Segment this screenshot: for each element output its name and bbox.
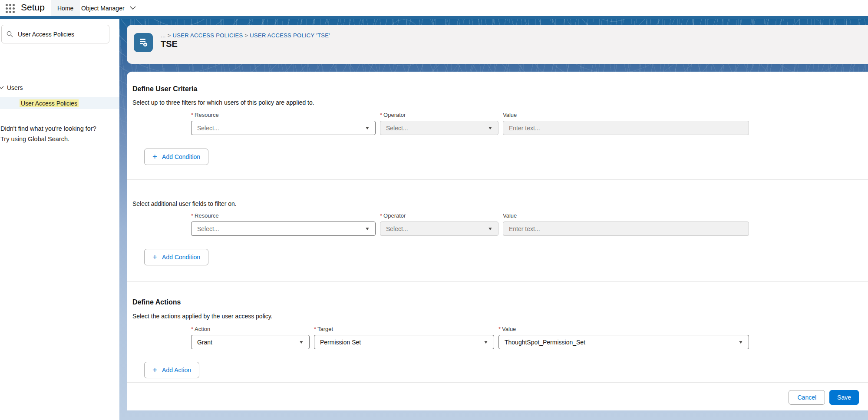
- sidebar-help-text: Didn't find what you're looking for? Try…: [0, 123, 96, 144]
- additional-operator-label: * Operator: [380, 212, 498, 219]
- action-field: * Action Grant ▼: [191, 326, 310, 349]
- page-title: TSE: [161, 39, 178, 49]
- breadcrumb: ... > USER ACCESS POLICIES > USER ACCESS…: [161, 32, 330, 39]
- criteria-resource-label: * Resource: [191, 112, 376, 118]
- breadcrumb-separator: >: [168, 32, 171, 39]
- action-value-field: * Value ThoughtSpot_Permission_Set ▼: [498, 326, 749, 349]
- additional-operator-select: Select... ▼: [380, 222, 498, 236]
- criteria-operator-select: Select... ▼: [380, 121, 498, 135]
- dropdown-chevron-icon: ▼: [488, 226, 493, 231]
- sidebar-search-box[interactable]: User Access Policies: [1, 25, 109, 43]
- dropdown-chevron-icon: ▼: [365, 226, 370, 231]
- breadcrumb-separator: >: [244, 32, 248, 39]
- additional-value-input: [503, 222, 749, 236]
- breadcrumb-link-user-access-policies[interactable]: USER ACCESS POLICIES: [173, 32, 243, 39]
- sidebar-search-value: User Access Policies: [18, 31, 74, 38]
- app-title: Setup: [21, 2, 45, 13]
- required-marker: *: [191, 112, 193, 118]
- sidebar-item-user-access-policies[interactable]: User Access Policies: [0, 97, 119, 109]
- sidebar-item-user-access-policies-label: User Access Policies: [20, 99, 79, 107]
- action-value-label: * Value: [498, 326, 749, 332]
- action-label: * Action: [191, 326, 310, 332]
- section-description-actions: Select the actions applied by the user a…: [132, 313, 273, 320]
- actions-field-row: * Action Grant ▼ * Target Permission Set…: [191, 326, 749, 349]
- footer-actions: Cancel Save: [789, 390, 859, 405]
- criteria-operator-label: * Operator: [380, 112, 498, 118]
- plus-icon: +: [152, 253, 157, 261]
- breadcrumb-link-user-access-policy-tse[interactable]: USER ACCESS POLICY 'TSE': [250, 32, 330, 39]
- additional-resource-label: * Resource: [191, 212, 376, 219]
- page-header-card: ... > USER ACCESS POLICIES > USER ACCESS…: [127, 25, 868, 64]
- app-launcher-icon[interactable]: [6, 4, 15, 13]
- section-description-criteria: Select up to three filters for which use…: [132, 99, 314, 106]
- additional-field-row: * Resource Select... ▼ * Operator Select…: [191, 212, 749, 236]
- dropdown-chevron-icon: ▼: [483, 340, 488, 344]
- dropdown-chevron-icon: ▼: [488, 126, 493, 130]
- section-divider: [127, 281, 868, 282]
- section-description-additional: Select additional user fields to filter …: [132, 200, 237, 207]
- additional-resource-field: * Resource Select... ▼: [191, 212, 376, 236]
- nav-underline: [0, 16, 868, 19]
- section-divider: [127, 179, 868, 180]
- cancel-button[interactable]: Cancel: [789, 390, 825, 405]
- required-marker: *: [314, 326, 316, 332]
- sidebar-item-users[interactable]: Users: [0, 83, 23, 93]
- plus-icon: +: [152, 366, 157, 374]
- breadcrumb-collapsed[interactable]: ...: [161, 32, 166, 39]
- additional-value-label: Value: [503, 212, 749, 219]
- chevron-down-icon: [130, 6, 136, 10]
- section-heading-define-user-criteria: Define User Criteria: [132, 85, 197, 93]
- sidebar-help-line2: Try using Global Search.: [0, 134, 96, 144]
- search-icon: [7, 31, 13, 37]
- add-condition-button-2[interactable]: + Add Condition: [144, 249, 208, 265]
- target-select[interactable]: Permission Set ▼: [314, 335, 494, 349]
- criteria-operator-field: * Operator Select... ▼: [380, 112, 498, 135]
- additional-value-field: Value: [503, 212, 749, 236]
- required-marker: *: [380, 112, 382, 118]
- chevron-down-icon: [0, 86, 4, 89]
- target-label: * Target: [314, 326, 494, 332]
- plus-icon: +: [152, 152, 157, 161]
- required-marker: *: [380, 212, 382, 219]
- additional-resource-select[interactable]: Select... ▼: [191, 222, 376, 236]
- dropdown-chevron-icon: ▼: [365, 126, 370, 130]
- section-heading-define-actions: Define Actions: [132, 298, 181, 306]
- tab-home-label: Home: [57, 5, 73, 12]
- required-marker: *: [191, 326, 193, 332]
- criteria-value-label: Value: [503, 112, 749, 118]
- tab-object-manager-label: Object Manager: [81, 5, 125, 12]
- target-field: * Target Permission Set ▼: [314, 326, 494, 349]
- save-button[interactable]: Save: [829, 390, 859, 405]
- criteria-resource-select[interactable]: Select... ▼: [191, 121, 376, 135]
- add-action-button[interactable]: + Add Action: [144, 362, 199, 378]
- dropdown-chevron-icon: ▼: [738, 340, 743, 344]
- global-nav: Setup Home Object Manager: [0, 0, 868, 16]
- sidebar-item-users-label: Users: [7, 84, 23, 91]
- footer-divider: [127, 382, 868, 383]
- setup-sidebar: User Access Policies Users User Access P…: [0, 19, 119, 420]
- criteria-field-row: * Resource Select... ▼ * Operator Select…: [191, 112, 749, 135]
- criteria-value-field: Value: [503, 112, 749, 135]
- tab-object-manager[interactable]: Object Manager: [79, 0, 139, 16]
- required-marker: *: [498, 326, 501, 332]
- criteria-resource-field: * Resource Select... ▼: [191, 112, 376, 135]
- required-marker: *: [191, 212, 193, 219]
- sidebar-help-line1: Didn't find what you're looking for?: [0, 123, 96, 134]
- policy-form-card: Define User Criteria Select up to three …: [127, 72, 868, 410]
- main-region: ... > USER ACCESS POLICIES > USER ACCESS…: [119, 19, 868, 420]
- dropdown-chevron-icon: ▼: [299, 340, 304, 344]
- action-select[interactable]: Grant ▼: [191, 335, 310, 349]
- additional-operator-field: * Operator Select... ▼: [380, 212, 498, 236]
- action-value-select[interactable]: ThoughtSpot_Permission_Set ▼: [498, 335, 749, 349]
- user-access-policy-icon: [134, 33, 153, 52]
- tab-home[interactable]: Home: [51, 0, 80, 16]
- add-condition-button-1[interactable]: + Add Condition: [144, 149, 208, 165]
- criteria-value-input: [503, 121, 749, 135]
